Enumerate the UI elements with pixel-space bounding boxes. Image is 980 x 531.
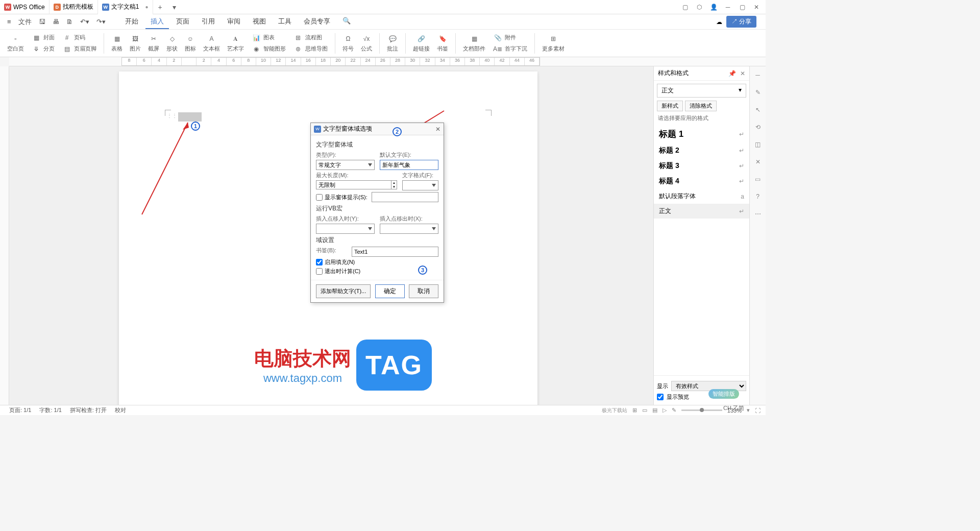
help-text-button[interactable]: 添加帮助文字(T)... xyxy=(316,284,371,298)
entry-macro-select[interactable] xyxy=(316,224,375,234)
enable-fill-checkbox[interactable] xyxy=(316,259,323,266)
menu-icon[interactable]: ≡ xyxy=(4,16,14,28)
style-item[interactable]: 标题 3↵ xyxy=(654,158,749,174)
view-mode-icon[interactable]: ✎ xyxy=(672,407,676,414)
show-prompt-checkbox[interactable] xyxy=(316,194,323,201)
search-icon[interactable]: 🔍 xyxy=(337,15,356,29)
style-item[interactable]: 标题 1↵ xyxy=(654,125,749,143)
menu-page[interactable]: 页面 xyxy=(171,15,194,29)
drag-handle[interactable]: ⋮⋮ xyxy=(167,113,177,118)
style-item[interactable]: 默认段落字体a xyxy=(654,189,749,204)
fullscreen-icon[interactable]: ⛶ xyxy=(755,407,761,414)
form-field[interactable] xyxy=(178,112,202,122)
maxlen-input[interactable] xyxy=(316,180,391,189)
ribbon-textbox[interactable]: A文本框 xyxy=(201,34,222,53)
ribbon-wordart[interactable]: 𝐀艺术字 xyxy=(225,34,246,53)
ribbon-split[interactable]: ⤋分页 xyxy=(31,44,55,54)
menu-view[interactable]: 视图 xyxy=(248,15,271,29)
smart-layout-badge[interactable]: 智能排版 xyxy=(708,389,739,399)
menu-start[interactable]: 开始 xyxy=(120,15,143,29)
maximize-icon[interactable]: ▢ xyxy=(738,3,746,11)
ribbon-flowchart[interactable]: ⊞流程图 xyxy=(293,33,328,43)
ribbon-screenshot[interactable]: ✂截屏 xyxy=(146,34,161,53)
ribbon-comment[interactable]: 💬批注 xyxy=(385,34,400,53)
ribbon-docparts[interactable]: ▦文档部件 xyxy=(461,34,487,53)
ribbon-symbol[interactable]: Ω符号 xyxy=(340,34,356,53)
default-text-input[interactable] xyxy=(380,160,438,170)
edit-icon[interactable]: ✎ xyxy=(753,88,763,97)
minimize-icon[interactable]: ─ xyxy=(753,70,763,80)
preview-checkbox[interactable] xyxy=(657,394,664,400)
menu-ref[interactable]: 引用 xyxy=(197,15,220,29)
cancel-button[interactable]: 取消 xyxy=(409,284,438,298)
share-button[interactable]: ↗ 分享 xyxy=(726,16,756,28)
tab-wps[interactable]: W WPS Office xyxy=(0,0,50,14)
redo-icon[interactable]: ↷▾ xyxy=(93,16,109,28)
format-select[interactable] xyxy=(402,180,438,190)
ruler-horizontal[interactable]: 8642246810121416182022242628303234363840… xyxy=(9,57,766,66)
menu-tools[interactable]: 工具 xyxy=(273,15,297,29)
ribbon-formula[interactable]: √x公式 xyxy=(359,34,374,53)
ribbon-hyperlink[interactable]: 🔗超链接 xyxy=(411,34,432,53)
ribbon-dropcap[interactable]: A≣首字下沉 xyxy=(493,44,527,54)
panel-icon[interactable]: ▢ xyxy=(681,3,689,11)
file-menu[interactable]: 文件 xyxy=(15,15,35,29)
select-icon[interactable]: ↖ xyxy=(753,105,763,114)
more-icon[interactable]: ⋯ xyxy=(753,209,763,219)
save-icon[interactable]: 🖫 xyxy=(36,16,48,28)
layers-icon[interactable]: ◫ xyxy=(753,140,763,149)
ribbon-blank[interactable]: ▫空白页 xyxy=(5,34,26,53)
current-style[interactable]: 正文 ▾ xyxy=(657,84,746,98)
menu-review[interactable]: 审阅 xyxy=(222,15,246,29)
ribbon-shape[interactable]: ◇形状 xyxy=(164,34,180,53)
ribbon-table[interactable]: ▦表格 xyxy=(109,34,125,53)
ribbon-more[interactable]: ⊞更多素材 xyxy=(540,34,567,53)
ribbon-bookmark[interactable]: 🔖书签 xyxy=(435,34,450,53)
ribbon-pagenum[interactable]: #页码 xyxy=(62,33,96,43)
page-status[interactable]: 页面: 1/1 xyxy=(5,406,35,414)
style-item[interactable]: 标题 4↵ xyxy=(654,174,749,189)
menu-member[interactable]: 会员专享 xyxy=(299,15,335,29)
pin-icon[interactable]: 📌 xyxy=(728,70,736,77)
proof-status[interactable]: 校对 xyxy=(111,406,130,414)
close-icon[interactable]: ✕ xyxy=(435,126,440,133)
ribbon-picture[interactable]: 🖼图片 xyxy=(128,34,143,53)
help-icon[interactable]: ? xyxy=(753,192,763,201)
preview-icon[interactable]: 🗎 xyxy=(63,16,76,28)
ok-button[interactable]: 确定 xyxy=(375,284,405,298)
view-mode-icon[interactable]: ▭ xyxy=(642,407,647,414)
spin-up[interactable]: ▲ xyxy=(391,181,397,185)
zoom-menu-icon[interactable]: ▾ xyxy=(747,407,750,414)
menu-insert[interactable]: 插入 xyxy=(145,15,169,29)
tab-document[interactable]: W 文字文稿1 ● xyxy=(98,0,153,14)
tab-add[interactable]: + xyxy=(153,3,167,11)
ruler-vertical[interactable] xyxy=(0,66,9,406)
minimize-icon[interactable]: ─ xyxy=(724,3,732,11)
tools-icon[interactable]: ✕ xyxy=(753,157,763,166)
view-mode-icon[interactable]: ▤ xyxy=(652,407,657,414)
new-style-button[interactable]: 新样式 xyxy=(657,101,683,111)
dialog-titlebar[interactable]: W 文字型窗体域选项 2 ✕ xyxy=(311,123,444,135)
show-prompt-input[interactable] xyxy=(372,192,438,202)
tab-template[interactable]: D 找稻壳模板 xyxy=(50,0,98,14)
book-icon[interactable]: ▭ xyxy=(753,175,763,184)
ribbon-mindmap[interactable]: ⊛思维导图 xyxy=(293,44,328,54)
zoom-slider[interactable] xyxy=(681,409,722,411)
ribbon-smartart[interactable]: ◉智能图形 xyxy=(251,44,286,54)
close-icon[interactable]: ✕ xyxy=(752,3,761,11)
print-icon[interactable]: 🖶 xyxy=(50,16,62,28)
maxlen-spinner[interactable]: ▲▼ xyxy=(316,180,397,189)
cloud-icon[interactable]: ☁ xyxy=(716,18,722,26)
ribbon-header-footer[interactable]: ▤页眉页脚 xyxy=(62,44,96,54)
spin-down[interactable]: ▼ xyxy=(391,185,397,189)
ribbon-attachment[interactable]: 📎附件 xyxy=(493,33,527,43)
close-icon[interactable]: ✕ xyxy=(740,70,745,77)
ribbon-chart[interactable]: 📊图表 xyxy=(251,33,286,43)
avatar-icon[interactable]: 👤 xyxy=(709,3,718,11)
word-count[interactable]: 字数: 1/1 xyxy=(35,406,65,414)
close-icon[interactable]: ● xyxy=(145,4,148,10)
ribbon-cover[interactable]: ▦封面 xyxy=(31,33,55,43)
spell-status[interactable]: 拼写检查: 打开 xyxy=(66,406,111,414)
cube-icon[interactable]: ⬡ xyxy=(695,3,703,11)
tab-menu[interactable]: ▾ xyxy=(167,3,181,11)
